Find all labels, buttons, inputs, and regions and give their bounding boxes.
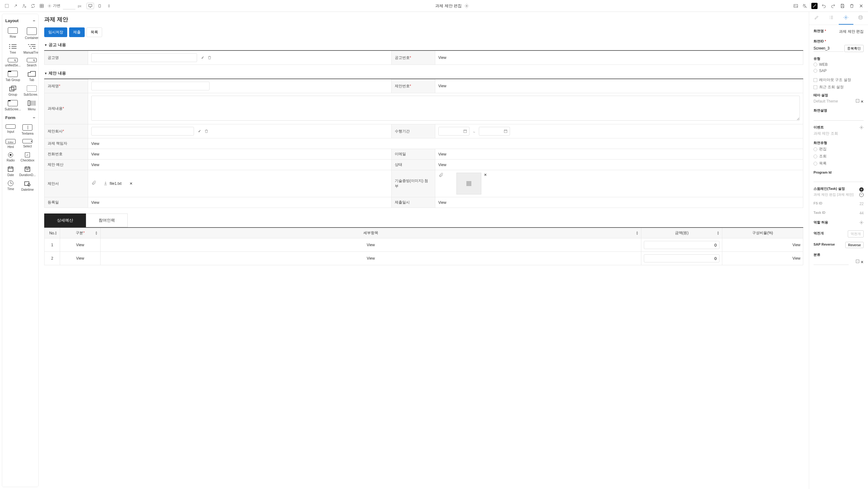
reverse-button[interactable]: 역전개 xyxy=(848,230,864,237)
palette-item-tab[interactable]: Tab xyxy=(23,71,39,82)
radio-view[interactable]: 조회 xyxy=(813,154,864,159)
gear-icon[interactable] xyxy=(859,125,864,131)
device-mobile-icon[interactable] xyxy=(105,3,113,9)
radio-list[interactable]: 목록 xyxy=(813,161,864,166)
trash-icon[interactable] xyxy=(204,129,209,134)
palette-item-row[interactable]: Row xyxy=(5,27,21,39)
tab-budget[interactable]: 상세예산 xyxy=(44,213,86,227)
refresh-icon[interactable] xyxy=(30,3,36,9)
sap-reverse-button[interactable]: Reverse xyxy=(845,242,864,248)
palette-section-layout[interactable]: Layout − xyxy=(5,17,36,25)
sort-icon[interactable]: ▲▼ xyxy=(55,231,57,235)
task-content-textarea[interactable] xyxy=(91,96,800,121)
image-icon[interactable] xyxy=(793,3,799,9)
download-icon[interactable] xyxy=(103,181,108,186)
period-start-input[interactable] xyxy=(438,127,469,136)
clear-icon[interactable]: ✕ xyxy=(861,99,864,104)
title-gear-icon[interactable] xyxy=(464,3,470,9)
sort-icon[interactable]: ▲▼ xyxy=(95,231,98,235)
attachment-icon[interactable] xyxy=(91,182,96,186)
collapse-icon[interactable]: − xyxy=(33,115,35,120)
responsive-label[interactable]: 가변 xyxy=(47,3,60,8)
add-icon[interactable]: + xyxy=(859,187,864,192)
tab-db-icon[interactable] xyxy=(854,12,868,25)
check-icon[interactable]: ✓ xyxy=(201,55,204,61)
save-draft-button[interactable]: 임시저장 xyxy=(44,27,67,37)
gear-icon[interactable] xyxy=(859,220,864,226)
edit-icon[interactable] xyxy=(856,260,860,264)
proposer-input[interactable] xyxy=(91,127,194,136)
section-notice-header[interactable]: ▼공고 내용 xyxy=(44,42,803,48)
palette-item-textarea[interactable]: Textarea xyxy=(19,124,36,135)
redo-icon[interactable] xyxy=(830,3,836,9)
palette-item-durationdate[interactable]: DurationD... xyxy=(19,166,36,177)
remove-image-icon[interactable]: ✕ xyxy=(484,173,487,177)
sort-icon[interactable]: ▲▼ xyxy=(636,231,639,235)
check-recent[interactable]: 최근 조회 설정 xyxy=(813,84,864,90)
list-button[interactable]: 목록 xyxy=(87,27,102,37)
dup-check-button[interactable]: 중복확인 xyxy=(844,45,864,52)
palette-item-radio[interactable]: Radio xyxy=(5,152,17,162)
palette-item-unifiedsearch[interactable]: unifiedSe... xyxy=(5,58,21,67)
section-proposal-header[interactable]: ▼제안 내용 xyxy=(44,70,803,76)
palette-item-group[interactable]: Group xyxy=(5,85,21,96)
period-end-input[interactable] xyxy=(479,127,510,136)
close-icon[interactable] xyxy=(858,3,864,9)
width-input[interactable] xyxy=(63,2,75,9)
clear-icon[interactable]: ✕ xyxy=(861,260,864,264)
radio-web[interactable]: WEB xyxy=(813,62,864,67)
category-input[interactable] xyxy=(813,258,849,265)
tab-edit-icon[interactable] xyxy=(809,12,824,25)
notice-name-input[interactable] xyxy=(91,53,197,62)
device-desktop-icon[interactable] xyxy=(87,3,94,9)
selection-icon[interactable] xyxy=(4,3,10,9)
amount-input[interactable] xyxy=(644,241,719,249)
tab-members[interactable]: 참여인력 xyxy=(86,213,128,227)
sort-icon[interactable]: ▲▼ xyxy=(717,231,719,235)
remove-file-icon[interactable]: ✕ xyxy=(129,181,133,186)
program-id-input[interactable] xyxy=(813,175,864,182)
user-settings-icon[interactable] xyxy=(21,3,27,9)
palette-item-subscreen2[interactable]: SubScree... xyxy=(5,100,21,111)
trash-icon[interactable] xyxy=(849,3,855,9)
palette-item-subscreen[interactable]: SubScree... xyxy=(23,85,39,96)
screen-id-input[interactable] xyxy=(813,45,844,52)
palette-item-search[interactable]: Search xyxy=(23,58,39,67)
submit-button[interactable]: 제출 xyxy=(69,27,85,37)
save-icon[interactable] xyxy=(839,3,845,9)
amount-input[interactable] xyxy=(644,254,719,262)
visibility-off-icon[interactable] xyxy=(802,3,808,9)
dark-mode-toggle-icon[interactable] xyxy=(811,3,817,9)
radio-edit[interactable]: 편집 xyxy=(813,146,864,152)
edit-icon[interactable] xyxy=(856,99,860,104)
palette-item-datetime[interactable]: Datetime xyxy=(19,180,36,191)
palette-item-tree[interactable]: Tree xyxy=(5,43,21,54)
radio-sap[interactable]: SAP xyxy=(813,68,864,73)
palette-item-container[interactable]: Container xyxy=(23,27,39,39)
palette-item-date[interactable]: Date xyxy=(5,166,17,177)
palette-item-select[interactable]: ▾Select xyxy=(19,139,36,149)
grid-icon[interactable] xyxy=(39,3,45,9)
trash-icon[interactable] xyxy=(207,55,212,61)
check-layout[interactable]: 레이아웃 구조 설정 xyxy=(813,77,864,83)
remove-icon[interactable]: − xyxy=(859,193,864,197)
expand-icon[interactable] xyxy=(12,3,19,9)
undo-icon[interactable] xyxy=(821,3,827,9)
desc-input[interactable] xyxy=(813,114,864,121)
palette-section-form[interactable]: Form − xyxy=(5,113,36,122)
device-tablet-icon[interactable] xyxy=(96,3,103,9)
palette-item-input[interactable]: Input xyxy=(5,124,17,135)
collapse-icon[interactable]: − xyxy=(33,19,35,23)
palette-item-tabgroup[interactable]: Tab Group xyxy=(5,71,21,82)
image-placeholder[interactable] xyxy=(457,173,481,195)
tab-settings-icon[interactable] xyxy=(839,12,854,25)
task-name-input[interactable] xyxy=(91,82,210,90)
palette-item-menu[interactable]: Menu xyxy=(23,100,39,111)
palette-item-html[interactable]: EditorHtml xyxy=(5,139,17,149)
attachment-icon[interactable] xyxy=(438,173,443,179)
check-icon[interactable]: ✓ xyxy=(198,129,201,134)
palette-item-manualtree[interactable]: ManualTree xyxy=(23,43,39,54)
palette-item-time[interactable]: Time xyxy=(5,180,17,191)
tab-list-icon[interactable] xyxy=(824,12,838,25)
palette-item-checkbox[interactable]: ✓Checkbox xyxy=(19,152,36,162)
